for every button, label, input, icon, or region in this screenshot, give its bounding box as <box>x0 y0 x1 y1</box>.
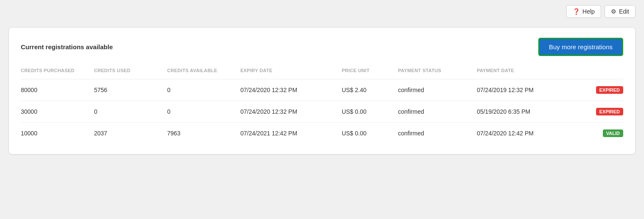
cell-expiry-date: 07/24/2021 12:42 PM <box>240 123 342 144</box>
edit-label: Edit <box>619 8 629 15</box>
status-badge: VALID <box>603 129 623 137</box>
cell-status-badge: EXPIRED <box>578 101 623 123</box>
cell-credits-used: 0 <box>94 101 167 123</box>
registrations-card: Current registrations available Buy more… <box>8 27 636 154</box>
help-icon: ❓ <box>573 8 580 15</box>
status-badge: EXPIRED <box>596 108 623 115</box>
cell-credits-purchased: 30000 <box>21 101 94 123</box>
card-title: Current registrations available <box>21 43 113 51</box>
cell-credits-available: 0 <box>167 79 240 101</box>
main-content: Current registrations available Buy more… <box>0 23 644 219</box>
cell-credits-available: 0 <box>167 101 240 123</box>
cell-credits-purchased: 10000 <box>21 123 94 144</box>
top-bar: ❓ Help ⚙ Edit <box>0 0 644 23</box>
col-header-credits-used: CREDITS USED <box>94 68 167 79</box>
edit-button[interactable]: ⚙ Edit <box>605 5 636 18</box>
col-header-credits-available: CREDITS AVAILABLE <box>167 68 240 79</box>
buy-registrations-button[interactable]: Buy more registrations <box>538 38 623 56</box>
col-header-badge <box>578 68 623 79</box>
card-header: Current registrations available Buy more… <box>21 38 623 56</box>
table-header: CREDITS PURCHASED CREDITS USED CREDITS A… <box>21 68 623 79</box>
help-label: Help <box>582 8 595 15</box>
cell-payment-date: 05/19/2020 6:35 PM <box>477 101 578 123</box>
help-button[interactable]: ❓ Help <box>566 5 601 18</box>
col-header-payment-status: PAYMENT STATUS <box>398 68 477 79</box>
table-header-row: CREDITS PURCHASED CREDITS USED CREDITS A… <box>21 68 623 79</box>
cell-price-unit: US$ 2.40 <box>342 79 398 101</box>
cell-credits-available: 7963 <box>167 123 240 144</box>
cell-credits-used: 2037 <box>94 123 167 144</box>
cell-payment-date: 07/24/2020 12:42 PM <box>477 123 578 144</box>
status-badge: EXPIRED <box>596 86 623 94</box>
col-header-expiry-date: EXPIRY DATE <box>240 68 342 79</box>
cell-expiry-date: 07/24/2020 12:32 PM <box>240 101 342 123</box>
col-header-credits-purchased: CREDITS PURCHASED <box>21 68 94 79</box>
cell-status-badge: VALID <box>578 123 623 144</box>
cell-status-badge: EXPIRED <box>578 79 623 101</box>
cell-credits-used: 5756 <box>94 79 167 101</box>
cell-credits-purchased: 80000 <box>21 79 94 101</box>
registrations-table: CREDITS PURCHASED CREDITS USED CREDITS A… <box>21 68 623 144</box>
cell-price-unit: US$ 0.00 <box>342 123 398 144</box>
table-row: 30000 0 0 07/24/2020 12:32 PM US$ 0.00 c… <box>21 101 623 123</box>
table-body: 80000 5756 0 07/24/2020 12:32 PM US$ 2.4… <box>21 79 623 144</box>
table-row: 80000 5756 0 07/24/2020 12:32 PM US$ 2.4… <box>21 79 623 101</box>
cell-payment-status: confirmed <box>398 101 477 123</box>
gear-icon: ⚙ <box>611 8 616 15</box>
col-header-price-unit: PRICE UNIT <box>342 68 398 79</box>
cell-expiry-date: 07/24/2020 12:32 PM <box>240 79 342 101</box>
cell-payment-date: 07/24/2019 12:32 PM <box>477 79 578 101</box>
table-row: 10000 2037 7963 07/24/2021 12:42 PM US$ … <box>21 123 623 144</box>
cell-payment-status: confirmed <box>398 79 477 101</box>
col-header-payment-date: PAYMENT DATE <box>477 68 578 79</box>
cell-price-unit: US$ 0.00 <box>342 101 398 123</box>
cell-payment-status: confirmed <box>398 123 477 144</box>
